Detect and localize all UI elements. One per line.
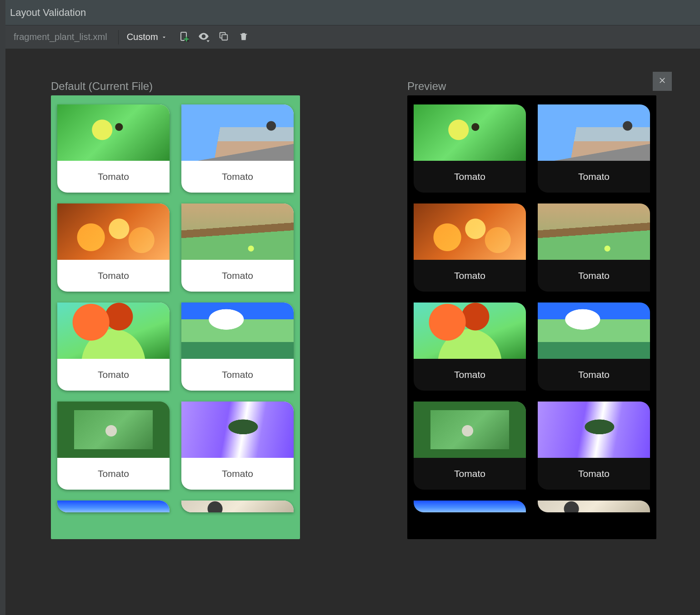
- plant-card[interactable]: Tomato: [181, 402, 294, 490]
- toolbar-separator: [118, 30, 119, 45]
- plant-thumbnail: [538, 203, 650, 260]
- plant-label: Tomato: [538, 161, 650, 193]
- add-device-button[interactable]: [175, 29, 192, 45]
- plant-card[interactable]: Tomato: [538, 402, 650, 490]
- plant-label: Tomato: [57, 161, 170, 193]
- toolbar: fragment_plant_list.xml Custom: [5, 25, 700, 49]
- plant-card[interactable]: Tomato: [57, 203, 170, 292]
- plant-thumbnail: [181, 501, 294, 512]
- plant-thumbnail: [414, 402, 526, 458]
- plant-thumbnail: [57, 104, 170, 161]
- plant-thumbnail: [181, 402, 294, 458]
- plant-thumbnail: [538, 501, 650, 512]
- plant-thumbnail: [181, 303, 294, 359]
- title-bar: Layout Validation: [5, 0, 700, 25]
- copy-icon: [219, 31, 229, 43]
- plant-card[interactable]: [57, 501, 170, 512]
- plant-thumbnail: [181, 203, 294, 260]
- chevron-down-icon: [161, 34, 167, 40]
- plant-card[interactable]: Tomato: [538, 203, 650, 292]
- plant-label: Tomato: [181, 458, 294, 490]
- plant-thumbnail: [538, 303, 650, 359]
- eye-icon: [198, 30, 210, 44]
- plant-label: Tomato: [414, 260, 526, 292]
- plant-thumbnail: [57, 402, 170, 458]
- plant-card[interactable]: [181, 501, 294, 512]
- plant-card[interactable]: Tomato: [414, 402, 526, 490]
- plant-thumbnail: [414, 303, 526, 359]
- plant-card[interactable]: Tomato: [181, 104, 294, 193]
- plant-card[interactable]: Tomato: [414, 203, 526, 292]
- plant-card[interactable]: Tomato: [414, 303, 526, 391]
- reference-device-dropdown[interactable]: Custom: [127, 32, 172, 42]
- plant-thumbnail: [538, 104, 650, 161]
- delete-button[interactable]: [235, 29, 252, 45]
- plant-card[interactable]: Tomato: [57, 104, 170, 193]
- plant-label: Tomato: [538, 260, 650, 292]
- plant-label: Tomato: [181, 161, 294, 193]
- plant-label: Tomato: [414, 359, 526, 391]
- plant-thumbnail: [538, 402, 650, 458]
- plant-label: Tomato: [538, 458, 650, 490]
- plant-label: Tomato: [414, 458, 526, 490]
- preview-grid: Tomato Tomato Tomato Tomato Tomato Tomat…: [407, 95, 656, 512]
- dropdown-label: Custom: [127, 32, 158, 42]
- plant-label: Tomato: [181, 260, 294, 292]
- plant-label: Tomato: [538, 359, 650, 391]
- close-icon: [658, 76, 667, 87]
- plant-thumbnail: [181, 104, 294, 161]
- default-device-frame: Tomato Tomato Tomato Tomato Tomato Tomat…: [51, 95, 300, 539]
- trash-icon: [239, 31, 249, 43]
- plant-card[interactable]: Tomato: [181, 203, 294, 292]
- plant-thumbnail: [57, 203, 170, 260]
- left-gutter: [0, 0, 5, 615]
- plant-card[interactable]: [414, 501, 526, 512]
- plant-label: Tomato: [57, 458, 170, 490]
- plant-label: Tomato: [414, 161, 526, 193]
- default-pane-label: Default (Current File): [51, 80, 153, 93]
- plant-label: Tomato: [57, 260, 170, 292]
- plant-thumbnail: [57, 303, 170, 359]
- plant-card[interactable]: Tomato: [538, 303, 650, 391]
- plant-card[interactable]: [538, 501, 650, 512]
- workspace: Default (Current File) Tomato Tomato Tom…: [5, 49, 700, 615]
- close-preview-button[interactable]: [653, 72, 672, 91]
- plant-card[interactable]: Tomato: [181, 303, 294, 391]
- svg-rect-4: [222, 35, 227, 40]
- preview-device-frame: Tomato Tomato Tomato Tomato Tomato Tomat…: [407, 95, 656, 539]
- plant-label: Tomato: [57, 359, 170, 391]
- plant-label: Tomato: [181, 359, 294, 391]
- plant-thumbnail: [414, 104, 526, 161]
- plant-thumbnail: [57, 501, 170, 512]
- plant-card[interactable]: Tomato: [538, 104, 650, 193]
- plant-thumbnail: [414, 501, 526, 512]
- plant-card[interactable]: Tomato: [57, 402, 170, 490]
- preview-pane-label: Preview: [407, 80, 446, 93]
- copy-button[interactable]: [215, 29, 232, 45]
- plant-thumbnail: [414, 203, 526, 260]
- svg-marker-2: [206, 40, 210, 42]
- device-add-icon: [178, 31, 189, 44]
- visibility-button[interactable]: [195, 29, 212, 45]
- plant-card[interactable]: Tomato: [414, 104, 526, 193]
- panel-title: Layout Validation: [10, 7, 86, 19]
- plant-card[interactable]: Tomato: [57, 303, 170, 391]
- default-grid: Tomato Tomato Tomato Tomato Tomato Tomat…: [51, 95, 300, 512]
- filename-label: fragment_plant_list.xml: [14, 32, 115, 42]
